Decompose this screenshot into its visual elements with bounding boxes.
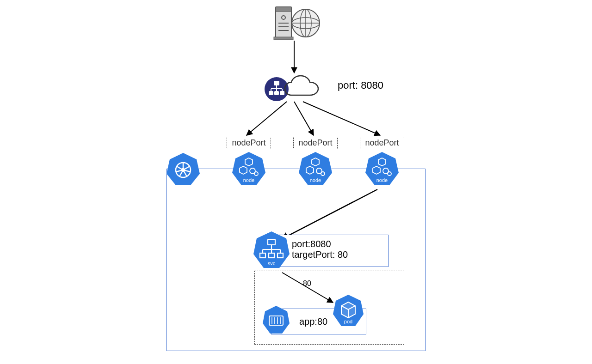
loadbalancer-icon <box>264 73 328 107</box>
node-icon-1: node <box>231 151 266 189</box>
svg-text:pod: pod <box>344 319 352 324</box>
service-icon: svc <box>253 230 290 273</box>
kubernetes-icon <box>166 152 201 188</box>
pod-icon: pod <box>332 294 364 330</box>
service-port-label: port:8080 <box>292 239 382 249</box>
internet-server-icon <box>271 5 322 43</box>
svg-text:svc: svc <box>268 261 276 266</box>
service-targetport-label: targetPort: 80 <box>292 249 382 260</box>
node-icon-3: node <box>364 151 400 189</box>
node-icon-2: node <box>298 151 333 189</box>
nodeport-label-1: nodePort <box>227 137 271 149</box>
loadbalancer-port-label: port: 8080 <box>338 79 383 91</box>
svg-rect-25 <box>269 91 273 95</box>
svg-text:node: node <box>243 177 254 183</box>
svg-rect-7 <box>276 7 291 12</box>
svg-text:node: node <box>310 177 321 183</box>
nodeport-label-2: nodePort <box>293 137 338 149</box>
svg-text:node: node <box>376 177 388 183</box>
svg-marker-67 <box>263 306 290 334</box>
nodeport-label-3: nodePort <box>360 137 404 149</box>
container-icon <box>262 305 290 337</box>
svg-rect-12 <box>274 37 293 40</box>
svg-rect-19 <box>274 81 279 85</box>
svg-rect-27 <box>280 91 284 95</box>
pod-app-label: app:80 <box>299 316 327 327</box>
svg-rect-26 <box>275 91 278 95</box>
